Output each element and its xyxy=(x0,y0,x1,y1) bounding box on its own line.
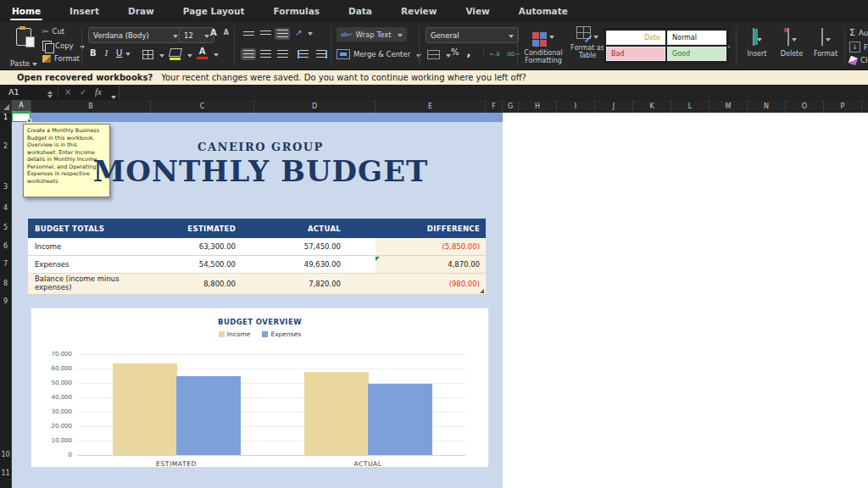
tab-draw[interactable]: Draw xyxy=(126,3,156,19)
column-header-M[interactable]: M xyxy=(709,100,748,113)
bar-income-actual[interactable] xyxy=(304,372,369,455)
tab-insert[interactable]: Insert xyxy=(68,3,101,19)
name-box[interactable]: A1 xyxy=(8,87,19,97)
column-header-C[interactable]: C xyxy=(151,100,254,113)
tab-view[interactable]: View xyxy=(464,3,491,19)
underline-button[interactable]: U xyxy=(116,48,122,58)
align-left-button[interactable] xyxy=(241,48,256,60)
column-header-E[interactable]: E xyxy=(376,100,486,113)
row-header-10[interactable]: 10 xyxy=(0,451,11,458)
style-date[interactable]: Date xyxy=(606,30,665,45)
legend-item-income[interactable]: Income xyxy=(219,330,251,338)
header-difference[interactable]: DIFFERENCE xyxy=(376,219,486,238)
decrease-indent-button[interactable] xyxy=(295,48,310,60)
clear-button[interactable]: Clear xyxy=(849,56,868,64)
header-budget-totals[interactable]: BUDGET TOTALS xyxy=(28,219,151,238)
font-color-button[interactable]: A xyxy=(197,47,219,59)
column-header-N[interactable]: N xyxy=(748,100,786,113)
borders-button[interactable] xyxy=(142,50,164,59)
bar-expenses-estimated[interactable] xyxy=(176,376,241,455)
comma-style-button[interactable]: , xyxy=(467,49,471,56)
format-painter-button[interactable]: Format xyxy=(42,54,80,63)
column-header-K[interactable]: K xyxy=(633,100,671,113)
column-header-G[interactable]: G xyxy=(503,100,519,113)
accounting-format-button[interactable] xyxy=(427,50,451,59)
selected-cell-a1[interactable] xyxy=(12,113,31,122)
cut-button[interactable]: ✂ Cut xyxy=(42,27,64,36)
shrink-font-button[interactable]: A xyxy=(224,29,229,37)
worksheet[interactable]: Create a Monthly Business Budget in this… xyxy=(12,113,868,488)
insert-cells-button[interactable]: Insert xyxy=(742,29,772,58)
bold-button[interactable]: B xyxy=(90,48,97,58)
tab-formulas[interactable]: Formulas xyxy=(272,3,322,19)
align-middle-button[interactable] xyxy=(258,28,273,40)
column-header-H[interactable]: H xyxy=(519,100,557,113)
enter-icon[interactable]: ✓ xyxy=(80,87,86,97)
format-as-table-button[interactable]: Format as Table xyxy=(568,26,607,59)
column-header-D[interactable]: D xyxy=(254,100,376,113)
orientation-button[interactable]: ↗ xyxy=(295,28,313,37)
row-header-5[interactable]: 5 xyxy=(0,224,11,231)
fx-icon[interactable]: fx xyxy=(95,86,102,97)
style-bad[interactable]: Bad xyxy=(606,47,665,61)
column-header-O[interactable]: O xyxy=(786,100,824,113)
tab-review[interactable]: Review xyxy=(399,3,438,19)
align-right-button[interactable] xyxy=(275,48,290,60)
row-header-7[interactable]: 7 xyxy=(0,260,11,268)
column-header-P[interactable]: P xyxy=(824,100,862,113)
tab-data[interactable]: Data xyxy=(347,3,374,19)
tab-page-layout[interactable]: Page Layout xyxy=(181,3,247,19)
row-header-2[interactable]: 2 xyxy=(0,142,11,150)
column-header-J[interactable]: J xyxy=(595,100,633,113)
merge-center-button[interactable]: Merge & Center xyxy=(337,49,421,59)
row-header-6[interactable]: 6 xyxy=(0,242,11,250)
styles-gallery-expander[interactable]: › xyxy=(727,42,731,51)
italic-button[interactable]: I xyxy=(105,48,108,58)
column-header-B[interactable]: B xyxy=(31,100,151,113)
align-top-button[interactable] xyxy=(241,28,256,40)
recovery-notification-bar[interactable]: Open recovered workbooks? Your recent ch… xyxy=(0,70,868,85)
bar-expenses-actual[interactable] xyxy=(368,384,432,455)
row-header-11[interactable]: 11 xyxy=(0,469,11,477)
tab-automate[interactable]: Automate xyxy=(517,3,570,19)
align-bottom-button[interactable] xyxy=(275,28,290,40)
column-header-A[interactable]: A xyxy=(12,100,31,113)
style-normal[interactable]: Normal xyxy=(667,30,726,45)
row-header-3[interactable]: 3 xyxy=(0,183,11,191)
wrap-text-button[interactable]: ab↩ Wrap Text xyxy=(337,27,407,42)
format-cells-button[interactable]: Format xyxy=(810,29,841,58)
cancel-icon[interactable]: × xyxy=(64,87,71,97)
conditional-formatting-button[interactable]: Conditional Formatting xyxy=(520,26,566,64)
fill-button[interactable]: ↓ Fill xyxy=(849,42,868,53)
name-box-stepper[interactable] xyxy=(47,88,53,101)
align-center-button[interactable] xyxy=(258,48,273,60)
header-actual[interactable]: ACTUAL xyxy=(254,219,376,238)
grow-font-button[interactable]: A xyxy=(210,29,217,37)
fill-color-button[interactable] xyxy=(170,48,192,60)
column-header-F[interactable]: F xyxy=(486,100,503,113)
font-family-select[interactable]: Verdana (Body) xyxy=(88,27,183,43)
formula-input[interactable] xyxy=(119,86,868,99)
increase-indent-button[interactable] xyxy=(314,48,329,60)
legend-item-expenses[interactable]: Expenses xyxy=(262,330,301,338)
font-size-select[interactable]: 12 xyxy=(179,27,214,43)
tab-home[interactable]: Home xyxy=(10,3,42,19)
increase-decimal-button[interactable]: ←.0 xyxy=(490,51,500,58)
column-header-L[interactable]: L xyxy=(671,100,709,113)
copy-button[interactable]: Copy xyxy=(42,41,85,51)
row-header-9[interactable]: 9 xyxy=(0,297,11,305)
bar-income-estimated[interactable] xyxy=(113,363,177,455)
style-good[interactable]: Good xyxy=(667,47,726,61)
row-header-8[interactable]: 8 xyxy=(0,280,11,287)
header-estimated[interactable]: ESTIMATED xyxy=(151,219,254,238)
select-all-corner[interactable] xyxy=(0,100,12,113)
percent-style-button[interactable]: % xyxy=(451,47,459,57)
paste-button[interactable]: Paste xyxy=(7,26,41,69)
number-format-select[interactable]: General xyxy=(426,27,519,43)
row-header-1[interactable]: 1 xyxy=(0,114,11,121)
delete-cells-button[interactable]: × Delete xyxy=(776,29,807,58)
row-header-4[interactable]: 4 xyxy=(0,204,11,212)
budget-overview-chart[interactable]: BUDGET OVERVIEW IncomeExpenses 010,00020… xyxy=(31,308,489,468)
autosum-button[interactable]: Σ AutoSum xyxy=(849,27,868,38)
column-header-I[interactable]: I xyxy=(557,100,595,113)
